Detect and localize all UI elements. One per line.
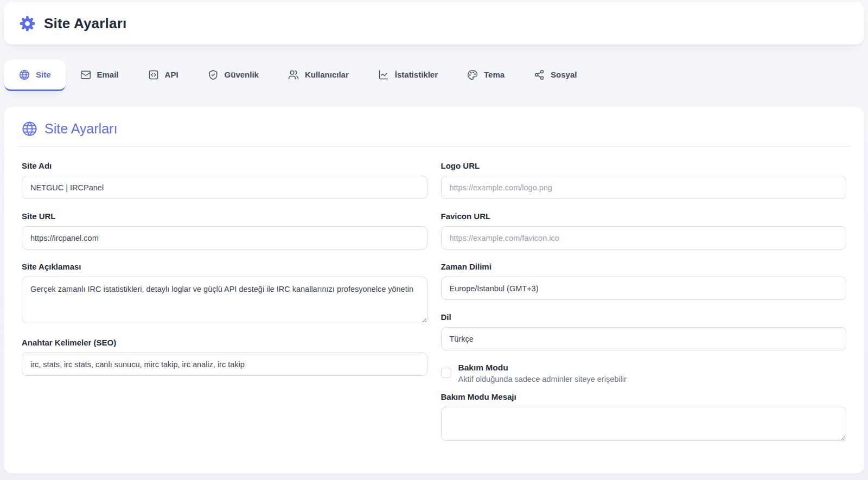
tab-api[interactable]: API (133, 60, 193, 91)
site-url-label: Site URL (22, 212, 427, 221)
favicon-url-label: Favicon URL (441, 212, 847, 221)
maintenance-mode-row: Bakım Modu Aktif olduğunda sadece adminl… (441, 363, 847, 383)
logo-url-input[interactable] (441, 176, 847, 199)
panel-title: Site Ayarları (44, 121, 117, 137)
chart-line-icon (378, 69, 389, 80)
users-icon (288, 69, 299, 80)
page-header: Site Ayarları (4, 2, 864, 44)
language-selected-value: Türkçe (450, 335, 474, 343)
maintenance-message-label: Bakım Modu Mesajı (441, 392, 847, 401)
share-icon (534, 69, 545, 80)
site-description-label: Site Açıklaması (22, 262, 427, 271)
tab-label: Sosyal (551, 70, 577, 79)
settings-tabbar: Site Email API Güvenlik Kullanıcılar İst… (4, 60, 864, 91)
tab-label: Tema (484, 70, 505, 79)
maintenance-mode-label: Bakım Modu (458, 363, 627, 373)
globe-icon (19, 69, 30, 80)
language-label: Dil (441, 312, 847, 322)
timezone-label: Zaman Dilimi (441, 262, 847, 271)
favicon-url-input[interactable] (441, 226, 847, 249)
timezone-select[interactable]: Europe/Istanbul (GMT+3) (441, 277, 847, 300)
tab-theme[interactable]: Tema (452, 60, 519, 91)
language-select[interactable]: Türkçe (441, 327, 847, 350)
tab-label: Email (97, 70, 119, 79)
shield-check-icon (208, 69, 219, 80)
divider (17, 146, 851, 147)
timezone-selected-value: Europe/Istanbul (GMT+3) (450, 284, 539, 293)
envelope-icon (80, 69, 91, 80)
settings-form: Site Adı Site URL Site Açıklaması Gerçek… (17, 161, 851, 456)
palette-icon (467, 69, 478, 80)
site-name-label: Site Adı (22, 161, 427, 170)
tab-email[interactable]: Email (66, 60, 133, 91)
tab-social[interactable]: Sosyal (519, 60, 591, 91)
site-name-input[interactable] (22, 176, 427, 199)
tab-label: API (165, 70, 178, 79)
site-settings-panel: Site Ayarları Site Adı Site URL Site Açı… (4, 107, 864, 473)
site-description-textarea[interactable]: Gerçek zamanlı IRC istatistikleri, detay… (22, 277, 427, 323)
maintenance-mode-description: Aktif olduğunda sadece adminler siteye e… (458, 375, 627, 383)
maintenance-mode-text: Bakım Modu Aktif olduğunda sadece adminl… (458, 363, 627, 383)
globe-icon (22, 121, 37, 137)
page-title: Site Ayarları (44, 15, 126, 32)
maintenance-message-textarea[interactable] (441, 407, 847, 441)
site-url-input[interactable] (22, 226, 427, 249)
gear-icon (19, 15, 36, 32)
tab-security[interactable]: Güvenlik (193, 60, 273, 91)
tab-label: Site (36, 70, 51, 79)
maintenance-mode-checkbox[interactable] (441, 368, 451, 378)
tab-statistics[interactable]: İstatistikler (363, 60, 452, 91)
panel-title-row: Site Ayarları (17, 121, 851, 137)
logo-url-label: Logo URL (441, 161, 847, 170)
keywords-label: Anahtar Kelimeler (SEO) (22, 338, 427, 347)
tab-users[interactable]: Kullanıcılar (273, 60, 363, 91)
form-column-right: Logo URL Favicon URL Zaman Dilimi Europe… (441, 161, 847, 456)
form-column-left: Site Adı Site URL Site Açıklaması Gerçek… (22, 161, 427, 456)
tab-label: İstatistikler (395, 70, 438, 79)
tab-site[interactable]: Site (4, 60, 66, 91)
code-icon (148, 69, 159, 80)
tab-label: Kullanıcılar (305, 70, 349, 79)
keywords-input[interactable] (22, 353, 427, 376)
tab-label: Güvenlik (225, 70, 259, 79)
